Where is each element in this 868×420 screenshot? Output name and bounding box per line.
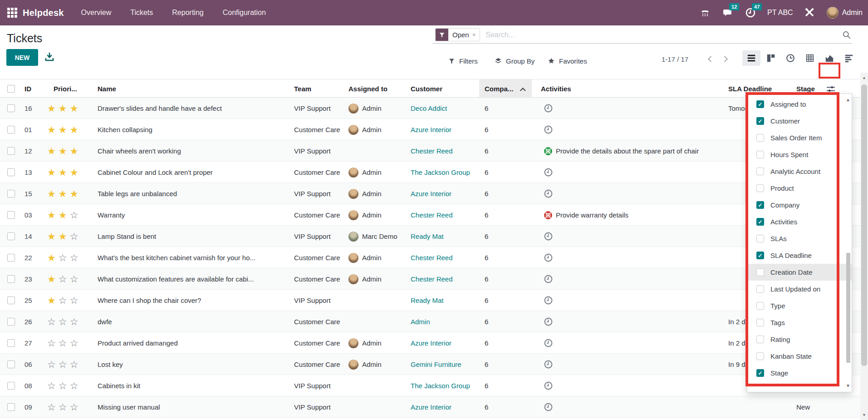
column-toggle-assigned-to[interactable]: ✓Assigned to [747, 96, 852, 113]
priority-star-icon[interactable]: ★ [70, 167, 81, 178]
priority-star-icon[interactable]: ☆ [59, 402, 70, 412]
priority-star-icon[interactable]: ★ [47, 252, 59, 263]
column-toggle-last-updated-on[interactable]: Last Updated on [747, 281, 852, 297]
app-name[interactable]: Helpdesk [23, 8, 64, 18]
unchecked-checkbox[interactable] [756, 268, 764, 276]
graph-view-icon[interactable] [820, 50, 839, 66]
nav-item-tickets[interactable]: Tickets [128, 6, 155, 20]
customer-link[interactable]: The Jackson Group [411, 162, 470, 183]
row-checkbox[interactable] [7, 403, 15, 411]
priority-star-icon[interactable]: ☆ [47, 402, 59, 412]
ticket-row[interactable]: 06☆☆☆Lost keyCustomer CareAdminGemini Fu… [0, 354, 868, 375]
list-view-icon[interactable] [742, 50, 760, 66]
priority-star-icon[interactable]: ★ [59, 124, 70, 135]
ticket-row[interactable]: 09☆☆☆Missing user manualVIP SupportAzure… [0, 396, 868, 418]
facet-remove-icon[interactable]: × [472, 31, 476, 38]
search-bar[interactable]: Open × Search... [432, 26, 852, 44]
row-checkbox[interactable] [7, 211, 15, 219]
priority-star-icon[interactable]: ★ [70, 103, 81, 114]
nav-item-overview[interactable]: Overview [79, 6, 113, 20]
unchecked-checkbox[interactable] [756, 168, 764, 175]
header-company[interactable]: Compa... [485, 79, 524, 98]
dropdown-scroll-up-icon[interactable]: ▲ [846, 98, 850, 102]
checked-checkbox[interactable]: ✓ [756, 201, 764, 209]
ticket-row[interactable]: 23★☆☆What customization features are ava… [0, 268, 868, 290]
unchecked-checkbox[interactable] [756, 134, 764, 142]
optional-columns-icon[interactable] [823, 84, 839, 94]
unchecked-checkbox[interactable] [756, 319, 764, 326]
priority-star-icon[interactable]: ☆ [59, 359, 70, 370]
checked-checkbox[interactable]: ✓ [756, 218, 764, 226]
apps-grid-icon[interactable] [7, 8, 17, 18]
customer-link[interactable]: Chester Reed [411, 140, 453, 162]
priority-star-icon[interactable]: ★ [70, 146, 81, 156]
priority-star-icon[interactable]: ★ [59, 231, 70, 242]
priority-star-icon[interactable]: ☆ [70, 274, 81, 284]
customer-link[interactable]: Ready Mat [411, 226, 444, 247]
ticket-row[interactable]: 14★★☆Lamp Stand is bentVIP SupportMarc D… [0, 226, 868, 247]
unchecked-checkbox[interactable] [756, 336, 764, 343]
activity-lifebuoy-icon[interactable] [544, 147, 553, 156]
activity-clock-icon[interactable] [544, 253, 553, 262]
activity-clock-icon[interactable] [544, 232, 553, 241]
row-checkbox[interactable] [7, 296, 15, 304]
unchecked-checkbox[interactable] [756, 184, 764, 192]
company-switcher[interactable]: PT ABC [767, 9, 793, 17]
row-checkbox[interactable] [7, 361, 15, 368]
group-by-button[interactable]: Group By [495, 54, 535, 68]
customer-link[interactable]: Chester Reed [411, 268, 453, 290]
priority-star-icon[interactable]: ★ [47, 124, 59, 135]
priority-star-icon[interactable]: ☆ [47, 359, 59, 370]
column-toggle-product[interactable]: Product [747, 180, 852, 197]
ticket-row[interactable]: 26☆☆☆dwfeCustomer CareAdmin6In 2 days [0, 311, 868, 332]
header-priority[interactable]: Priori... [54, 79, 77, 98]
header-assigned-to[interactable]: Assigned to [348, 79, 387, 98]
activity-clock-icon[interactable] [544, 296, 553, 305]
ticket-row[interactable]: 27☆☆☆Product arrived damangedCustomer Ca… [0, 332, 868, 354]
activity-clock-icon[interactable] [544, 189, 553, 198]
row-checkbox[interactable] [7, 126, 15, 133]
activity-clock-icon[interactable] [544, 317, 553, 326]
messages-icon[interactable]: 12 [722, 7, 734, 19]
column-toggle-activities[interactable]: ✓Activities [747, 213, 852, 230]
row-checkbox[interactable] [7, 254, 15, 262]
activity-lifebuoy-icon[interactable] [544, 211, 553, 220]
column-toggle-rating[interactable]: Rating [747, 331, 852, 348]
customer-link[interactable]: Azure Interior [411, 119, 451, 140]
page-scrollbar[interactable]: ▲ ▼ [860, 73, 868, 420]
customer-link[interactable]: Deco Addict [411, 98, 447, 119]
select-all-checkbox[interactable] [7, 85, 15, 93]
search-facet-open[interactable]: Open × [435, 28, 480, 41]
debug-tools-icon[interactable] [804, 7, 816, 19]
search-icon[interactable] [842, 30, 851, 41]
priority-star-icon[interactable]: ☆ [47, 380, 59, 391]
ticket-row[interactable]: 13★★★Cabinet Colour and Lock aren't prop… [0, 162, 868, 183]
row-checkbox[interactable] [7, 147, 15, 155]
activity-clock-icon[interactable] [544, 402, 553, 412]
activity-clock-icon[interactable] [544, 168, 553, 177]
activity-clock-icon[interactable] [544, 360, 553, 369]
activity-clock-icon[interactable] [544, 274, 553, 284]
column-toggle-tags[interactable]: Tags [747, 314, 852, 331]
column-toggle-creation-date[interactable]: Creation Date [747, 264, 852, 281]
unchecked-checkbox[interactable] [756, 235, 764, 242]
unchecked-checkbox[interactable] [756, 151, 764, 158]
priority-star-icon[interactable]: ☆ [47, 338, 59, 348]
row-checkbox[interactable] [7, 190, 15, 198]
priority-star-icon[interactable]: ☆ [59, 316, 70, 327]
unchecked-checkbox[interactable] [756, 302, 764, 310]
row-checkbox[interactable] [7, 318, 15, 326]
kanban-view-icon[interactable] [762, 50, 780, 66]
new-button[interactable]: NEW [6, 49, 38, 66]
row-checkbox[interactable] [7, 168, 15, 176]
ticket-row[interactable]: 15★★★Table legs are unbalancedVIP Suppor… [0, 183, 868, 204]
customer-link[interactable]: Azure Interior [411, 332, 451, 354]
column-toggle-kanban-state[interactable]: Kanban State [747, 348, 852, 365]
header-id[interactable]: ID [25, 79, 31, 98]
column-toggle-slas[interactable]: SLAs [747, 230, 852, 247]
priority-star-icon[interactable]: ★ [47, 274, 59, 284]
customer-link[interactable]: Chester Reed [411, 204, 453, 226]
priority-star-icon[interactable]: ☆ [47, 316, 59, 327]
scrollbar-up-icon[interactable]: ▲ [860, 75, 868, 80]
pager-next-icon[interactable] [720, 54, 730, 65]
